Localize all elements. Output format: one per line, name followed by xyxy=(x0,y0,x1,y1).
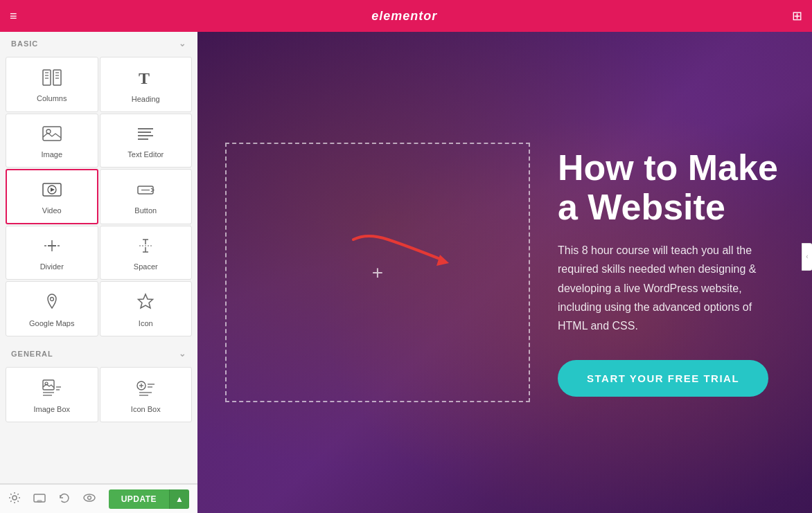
update-button[interactable]: UPDATE xyxy=(109,489,169,509)
widget-divider[interactable]: Divider xyxy=(6,226,98,280)
widget-heading-label: Heading xyxy=(132,95,160,103)
widget-divider-label: Divider xyxy=(40,262,64,271)
video-icon xyxy=(42,181,62,201)
widget-spacer-label: Spacer xyxy=(134,262,158,271)
section-general-label: GENERAL xyxy=(11,350,53,358)
canvas-content: + How to Make a Website This 8 hour cour… xyxy=(197,32,812,513)
sidebar: BASIC ⌄ xyxy=(0,32,197,513)
columns-icon xyxy=(42,69,62,89)
svg-point-43 xyxy=(12,496,17,500)
heading-icon: T xyxy=(136,69,155,89)
svg-text:T: T xyxy=(139,69,150,87)
section-general-header[interactable]: GENERAL ⌄ xyxy=(0,342,197,366)
image-icon xyxy=(42,125,62,145)
canvas-background: + How to Make a Website This 8 hour cour… xyxy=(197,32,812,513)
chevron-down-icon-2: ⌄ xyxy=(179,349,186,359)
section-basic-label: BASIC xyxy=(11,39,38,48)
chevron-down-icon: ⌄ xyxy=(179,39,186,48)
widget-video[interactable]: Video xyxy=(6,169,98,224)
settings-icon[interactable] xyxy=(8,492,21,507)
widget-icon-box[interactable]: Icon Box xyxy=(100,367,193,422)
responsive-icon[interactable] xyxy=(33,492,46,507)
widget-spacer[interactable]: Spacer xyxy=(100,226,193,280)
svg-rect-9 xyxy=(43,127,61,141)
svg-marker-17 xyxy=(51,188,55,192)
main-layout: BASIC ⌄ xyxy=(0,32,812,513)
svg-point-29 xyxy=(50,298,53,301)
widget-image-label: Image xyxy=(41,150,62,159)
drop-zone-plus-icon: + xyxy=(372,262,383,284)
widget-button-label: Button xyxy=(134,206,157,215)
history-icon[interactable] xyxy=(58,492,71,507)
widget-icon-label: Icon xyxy=(139,319,153,327)
toolbar-icons xyxy=(8,492,96,507)
image-box-icon xyxy=(42,379,62,399)
hamburger-icon[interactable]: ≡ xyxy=(10,9,17,24)
widget-icon-box-label: Icon Box xyxy=(131,405,161,413)
preview-icon[interactable] xyxy=(83,492,96,507)
widget-google-maps-label: Google Maps xyxy=(29,319,74,327)
widget-columns[interactable]: Columns xyxy=(6,57,98,112)
widget-columns-label: Columns xyxy=(37,94,67,102)
widget-image[interactable]: Image xyxy=(6,114,98,168)
canvas-heading: How to Make a Website xyxy=(558,148,784,227)
widget-icon[interactable]: Icon xyxy=(100,281,193,336)
basic-widgets-grid: Columns T Heading xyxy=(0,55,197,342)
drop-zone[interactable]: + xyxy=(225,143,530,402)
cta-button[interactable]: START YOUR FREE TRIAL xyxy=(558,360,768,397)
general-widgets-grid: Image Box xyxy=(0,366,197,428)
icon-widget-icon xyxy=(136,293,155,314)
widget-google-maps[interactable]: Google Maps xyxy=(6,281,98,336)
svg-point-46 xyxy=(84,494,95,501)
elementor-logo: elementor xyxy=(371,9,437,24)
widget-text-editor[interactable]: Text Editor xyxy=(100,114,193,168)
text-editor-icon xyxy=(136,125,155,145)
section-basic-header[interactable]: BASIC ⌄ xyxy=(0,32,197,55)
widget-heading[interactable]: T Heading xyxy=(100,57,193,112)
svg-rect-1 xyxy=(53,70,61,85)
divider-icon xyxy=(42,237,62,257)
widget-image-box-label: Image Box xyxy=(33,405,70,413)
spacer-icon xyxy=(136,237,155,257)
bottom-toolbar: UPDATE ▲ xyxy=(0,484,197,513)
widget-image-box[interactable]: Image Box xyxy=(6,367,98,422)
canvas-body-text: This 8 hour course will teach you all th… xyxy=(558,241,779,335)
update-arrow-button[interactable]: ▲ xyxy=(169,489,189,509)
svg-rect-45 xyxy=(37,501,42,502)
svg-rect-0 xyxy=(43,70,51,85)
icon-box-icon xyxy=(136,379,155,399)
button-icon xyxy=(136,181,155,201)
top-bar: ≡ elementor ⊞ xyxy=(0,0,812,32)
widget-text-editor-label: Text Editor xyxy=(127,150,164,159)
widget-video-label: Video xyxy=(42,206,62,215)
widget-button[interactable]: Button xyxy=(100,169,193,224)
google-maps-icon xyxy=(43,293,61,314)
sidebar-bottom: UPDATE ▲ xyxy=(0,483,197,513)
grid-icon[interactable]: ⊞ xyxy=(792,8,802,24)
svg-rect-30 xyxy=(43,380,54,390)
svg-point-47 xyxy=(88,496,91,499)
canvas-area: + How to Make a Website This 8 hour cour… xyxy=(197,32,812,513)
canvas-text-block: How to Make a Website This 8 hour course… xyxy=(530,127,812,417)
update-button-group: UPDATE ▲ xyxy=(109,489,189,509)
